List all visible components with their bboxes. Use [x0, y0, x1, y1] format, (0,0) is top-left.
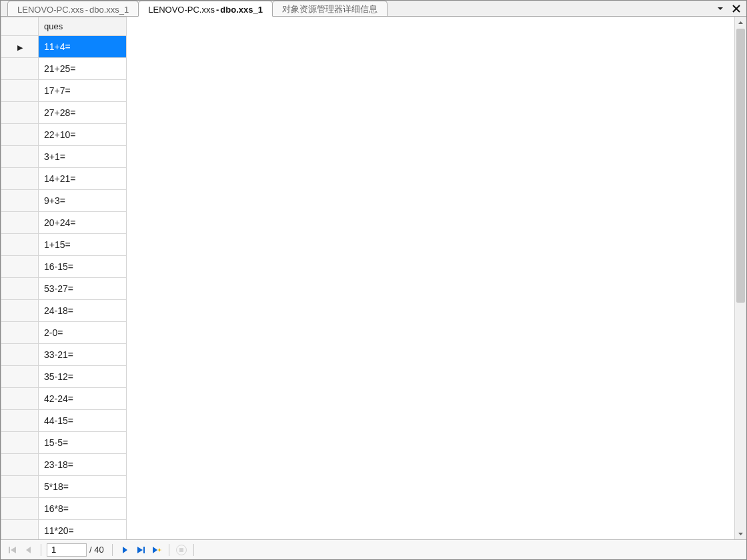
- cell-ques[interactable]: 42-24=: [39, 388, 127, 410]
- table-row[interactable]: 44-15=: [1, 410, 127, 432]
- data-grid[interactable]: ques ▶11+4=21+25=17+7=27+28=22+10=3+1=14…: [1, 17, 127, 539]
- table-row[interactable]: 22+10=: [1, 124, 127, 146]
- current-record-input[interactable]: [47, 543, 87, 557]
- cell-ques[interactable]: 9+3=: [39, 190, 127, 212]
- table-row[interactable]: 11*20=: [1, 520, 127, 540]
- row-selector[interactable]: [1, 366, 39, 388]
- row-selector[interactable]: [1, 190, 39, 212]
- table-row[interactable]: 2-0=: [1, 322, 127, 344]
- scroll-thumb[interactable]: [736, 29, 745, 303]
- nav-first-icon[interactable]: [6, 543, 19, 557]
- tab-dropdown-icon[interactable]: [714, 3, 726, 15]
- table-row[interactable]: 17+7=: [1, 80, 127, 102]
- cell-ques[interactable]: 1+15=: [39, 234, 127, 256]
- row-selector[interactable]: ▶: [1, 36, 39, 58]
- nav-new-record-icon[interactable]: [150, 543, 163, 557]
- cell-ques[interactable]: 44-15=: [39, 410, 127, 432]
- tab-label-prefix: LENOVO-PC.xxs: [148, 5, 215, 15]
- scroll-track[interactable]: [735, 29, 746, 527]
- tab-inactive-2[interactable]: 对象资源管理器详细信息: [272, 1, 388, 16]
- nav-divider: [41, 544, 41, 556]
- svg-rect-1: [143, 547, 145, 553]
- table-row[interactable]: 33-21=: [1, 344, 127, 366]
- table-row[interactable]: 5*18=: [1, 476, 127, 498]
- table-row[interactable]: ▶11+4=: [1, 36, 127, 58]
- row-selector[interactable]: [1, 124, 39, 146]
- cell-ques[interactable]: 3+1=: [39, 146, 127, 168]
- tab-close-icon[interactable]: [730, 3, 742, 15]
- tab-label-suffix: dbo.xxs_1: [220, 5, 263, 15]
- row-selector[interactable]: [1, 80, 39, 102]
- table-row[interactable]: 16-15=: [1, 256, 127, 278]
- cell-ques[interactable]: 35-12=: [39, 366, 127, 388]
- cell-ques[interactable]: 5*18=: [39, 476, 127, 498]
- cell-ques[interactable]: 24-18=: [39, 300, 127, 322]
- nav-last-icon[interactable]: [134, 543, 147, 557]
- cell-ques[interactable]: 27+28=: [39, 102, 127, 124]
- cell-ques[interactable]: 11*20=: [39, 520, 127, 540]
- cell-ques[interactable]: 11+4=: [39, 36, 127, 58]
- table-row[interactable]: 1+15=: [1, 234, 127, 256]
- row-selector[interactable]: [1, 388, 39, 410]
- cell-ques[interactable]: 14+21=: [39, 168, 127, 190]
- row-selector[interactable]: [1, 432, 39, 454]
- cell-ques[interactable]: 22+10=: [39, 124, 127, 146]
- cell-ques[interactable]: 2-0=: [39, 322, 127, 344]
- row-selector[interactable]: [1, 410, 39, 432]
- row-selector[interactable]: [1, 256, 39, 278]
- row-selector[interactable]: [1, 454, 39, 476]
- tabbar-controls: [714, 1, 746, 16]
- column-header-ques[interactable]: ques: [39, 17, 127, 36]
- row-selector[interactable]: [1, 278, 39, 300]
- row-selector[interactable]: [1, 212, 39, 234]
- table-row[interactable]: 20+24=: [1, 212, 127, 234]
- cell-ques[interactable]: 17+7=: [39, 80, 127, 102]
- cell-ques[interactable]: 21+25=: [39, 58, 127, 80]
- row-selector[interactable]: [1, 476, 39, 498]
- scroll-down-icon[interactable]: [735, 527, 746, 539]
- table-row[interactable]: 35-12=: [1, 366, 127, 388]
- table-row[interactable]: 3+1=: [1, 146, 127, 168]
- table-row[interactable]: 53-27=: [1, 278, 127, 300]
- row-selector[interactable]: [1, 300, 39, 322]
- row-selector[interactable]: [1, 234, 39, 256]
- table-row[interactable]: 21+25=: [1, 58, 127, 80]
- row-selector[interactable]: [1, 520, 39, 540]
- tab-inactive-1[interactable]: LENOVO-PC.xxs - dbo.xxs_1: [7, 1, 139, 16]
- table-row[interactable]: 23-18=: [1, 454, 127, 476]
- table-row[interactable]: 14+21=: [1, 168, 127, 190]
- table-row[interactable]: 16*8=: [1, 498, 127, 520]
- row-selector[interactable]: [1, 322, 39, 344]
- cell-ques[interactable]: 23-18=: [39, 454, 127, 476]
- row-selector[interactable]: [1, 58, 39, 80]
- nav-divider: [193, 544, 194, 556]
- cell-ques[interactable]: 20+24=: [39, 212, 127, 234]
- nav-prev-icon[interactable]: [22, 543, 35, 557]
- row-selector[interactable]: [1, 498, 39, 520]
- tab-label-sep: -: [85, 5, 88, 15]
- cell-ques[interactable]: 15-5=: [39, 432, 127, 454]
- cell-ques[interactable]: 33-21=: [39, 344, 127, 366]
- vertical-scrollbar[interactable]: [734, 17, 746, 539]
- table-row[interactable]: 27+28=: [1, 102, 127, 124]
- row-selector[interactable]: [1, 146, 39, 168]
- nav-next-icon[interactable]: [118, 543, 131, 557]
- cell-ques[interactable]: 53-27=: [39, 278, 127, 300]
- cell-ques[interactable]: 16-15=: [39, 256, 127, 278]
- table-row[interactable]: 9+3=: [1, 190, 127, 212]
- tab-bar: LENOVO-PC.xxs - dbo.xxs_1 LENOVO-PC.xxs …: [1, 1, 746, 17]
- total-records-label: / 40: [89, 545, 104, 555]
- table-row[interactable]: 15-5=: [1, 432, 127, 454]
- table-row[interactable]: 42-24=: [1, 388, 127, 410]
- row-selector[interactable]: [1, 344, 39, 366]
- scroll-up-icon[interactable]: [735, 17, 746, 29]
- row-selector[interactable]: [1, 102, 39, 124]
- tabbar-spacer: [387, 1, 714, 16]
- tab-active[interactable]: LENOVO-PC.xxs - dbo.xxs_1: [138, 1, 273, 17]
- row-selector[interactable]: [1, 168, 39, 190]
- cell-ques[interactable]: 16*8=: [39, 498, 127, 520]
- grid-header-row: ques: [1, 17, 127, 36]
- nav-stop-icon[interactable]: [175, 543, 188, 557]
- grid-corner-cell[interactable]: [1, 17, 39, 36]
- table-row[interactable]: 24-18=: [1, 300, 127, 322]
